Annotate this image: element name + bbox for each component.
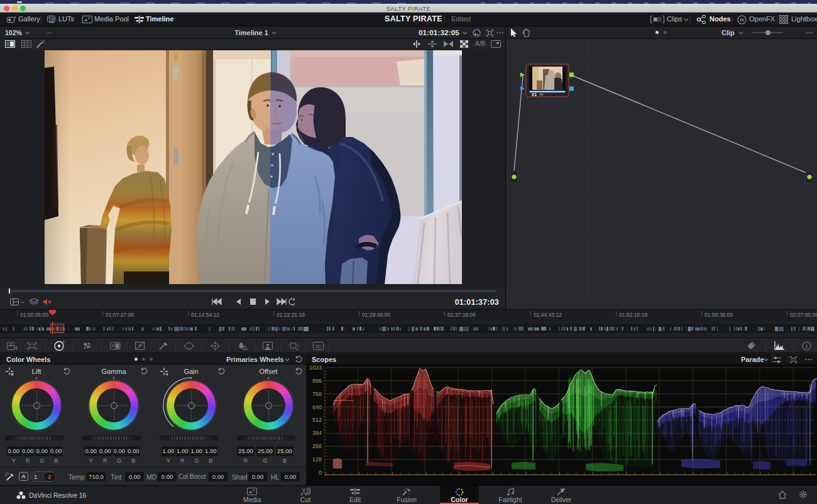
svg-text:256: 256 xyxy=(312,443,322,449)
svg-text:128: 128 xyxy=(312,456,322,463)
svg-text:640: 640 xyxy=(312,404,322,410)
svg-text:384: 384 xyxy=(312,430,322,436)
svg-text:768: 768 xyxy=(312,391,322,397)
svg-text:3D: 3D xyxy=(315,344,321,349)
svg-text:fx: fx xyxy=(740,17,744,23)
svg-text:0: 0 xyxy=(319,469,322,476)
svg-text:01: 01 xyxy=(532,92,537,97)
svg-text:896: 896 xyxy=(312,378,322,384)
svg-text:512: 512 xyxy=(312,417,322,423)
svg-text:1023: 1023 xyxy=(309,364,322,371)
